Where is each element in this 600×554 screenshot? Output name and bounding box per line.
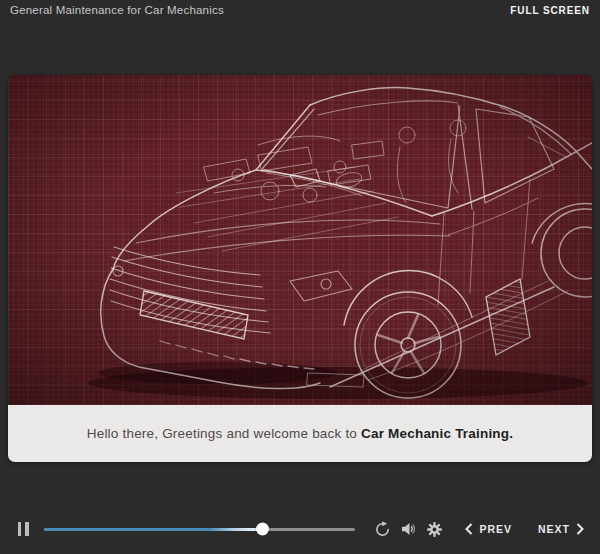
car-blueprint-illustration — [8, 75, 592, 405]
course-title: General Maintenance for Car Mechanics — [10, 4, 224, 16]
chevron-left-icon — [465, 523, 473, 535]
prev-label: PREV — [479, 523, 512, 535]
next-label: NEXT — [538, 523, 570, 535]
replay-icon — [374, 521, 391, 538]
seekbar-handle[interactable] — [256, 523, 269, 536]
volume-icon — [399, 520, 417, 538]
replay-button[interactable] — [369, 516, 395, 542]
settings-gear-icon — [426, 521, 443, 538]
caption-text: Hello there, Greetings and welcome back … — [87, 426, 513, 441]
chevron-right-icon — [576, 523, 584, 535]
prev-button[interactable]: PREV — [461, 517, 516, 541]
volume-button[interactable] — [395, 516, 421, 542]
seekbar[interactable] — [44, 522, 355, 536]
caption-bar: Hello there, Greetings and welcome back … — [8, 405, 592, 462]
caption-text-bold: Car Mechanic Training. — [361, 426, 513, 441]
next-button[interactable]: NEXT — [534, 517, 588, 541]
seekbar-track — [44, 528, 355, 531]
full-screen-button[interactable]: FULL SCREEN — [510, 5, 590, 16]
player-controls: PREV NEXT — [0, 507, 600, 551]
slide: Hello there, Greetings and welcome back … — [8, 75, 592, 462]
caption-text-regular: Hello there, Greetings and welcome back … — [87, 426, 361, 441]
seekbar-fill — [44, 528, 262, 531]
top-bar: General Maintenance for Car Mechanics FU… — [0, 0, 600, 24]
pause-icon — [18, 522, 29, 536]
pause-button[interactable] — [12, 516, 34, 542]
settings-button[interactable] — [421, 516, 447, 542]
slide-stage — [8, 75, 592, 405]
